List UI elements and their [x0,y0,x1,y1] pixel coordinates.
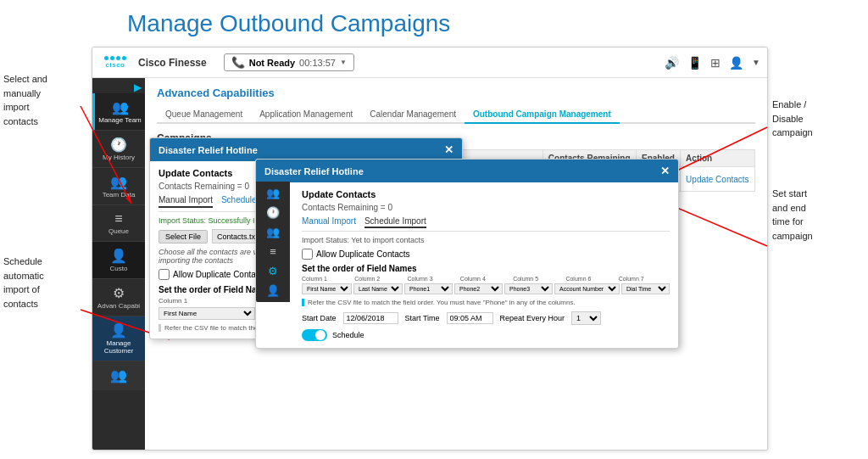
sidebar-item-advan[interactable]: ⚙ Advan Capabi [92,279,145,316]
not-ready-button[interactable]: 📞 Not Ready 00:13:57 ▼ [224,53,354,71]
schedule-import-tab-2[interactable]: Schedule Import [364,216,426,228]
allow-duplicates-checkbox[interactable] [159,269,170,280]
sidebar-item-my-history[interactable]: 🕐 My History [92,131,145,168]
dialog2-subtitle: Update Contacts [302,189,670,199]
phone-icon: 📞 [231,56,245,69]
repeat-select[interactable]: 1 [571,311,601,325]
tab-outbound-campaign[interactable]: Outbound Campaign Management [465,106,620,124]
right-annotation-enable: Enable /Disablecampaign [772,98,861,140]
team-data-icon: 👥 [110,174,127,190]
start-time-label: Start Time [405,314,440,322]
dialog2-contacts-remaining: Contacts Remaining = 0 [302,203,670,212]
d2-field-2[interactable]: Last Name [353,283,403,294]
dlg-team-data-icon: 👥 [266,226,280,238]
start-time-input[interactable] [447,312,493,324]
field-select-1[interactable]: First Name [159,307,255,320]
sidebar-item-team-data[interactable]: 👥 Team Data [92,168,145,205]
status-time: 00:13:57 [299,58,336,68]
tab-application-management[interactable]: Application Management [251,106,361,124]
dialog2: Disaster Relief Hotline ✕ 👥 🕐 👥 ≡ ⚙ 👤 [255,159,679,349]
d2-col1: Column 1 [302,276,353,282]
d2-col4: Column 4 [460,276,511,282]
bottom-icon: 👥 [110,367,127,383]
finesse-topbar: cisco Cisco Finesse 📞 Not Ready 00:13:57… [92,48,767,78]
sidebar-item-custo[interactable]: 👤 Custo [92,242,145,279]
sidebar: ▶ 👥 Manage Team 🕐 My History 👥 Team Data… [92,78,145,450]
select-file-button[interactable]: Select File [159,230,208,243]
allow-duplicates-checkbox-2[interactable] [302,249,313,260]
manage-team-icon: 👥 [112,99,129,115]
d2-col7: Column 7 [619,276,670,282]
schedule-row: Schedule [302,329,670,341]
tab-calendar-management[interactable]: Calendar Management [361,106,465,124]
manage-cust-icon: 👤 [110,322,127,339]
sidebar-item-manage-customer[interactable]: 👤 Manage Customer [92,316,145,361]
status-text: Not Ready [249,58,295,68]
dlg-advan-icon: ⚙ [268,265,278,277]
dialog2-field-names-title: Set the order of Field Names [302,264,670,273]
dialog2-close[interactable]: ✕ [660,165,670,177]
topbar-icons: 🔊 📱 ⊞ 👤 ▼ [665,56,760,70]
advan-icon: ⚙ [113,285,125,301]
action-cell[interactable]: Update Contacts [681,167,755,192]
app-name: Cisco Finesse [138,57,207,69]
schedule-toggle[interactable] [302,329,327,341]
dlg-cust-icon: 👤 [266,284,280,297]
d2-field-4[interactable]: Phone2 [454,283,503,294]
d2-col3: Column 3 [408,276,459,282]
tabs-bar: Queue Management Application Management … [157,106,755,124]
dialog2-body: 👥 🕐 👥 ≡ ⚙ 👤 Update Contacts Contacts Rem… [256,182,678,348]
dropdown-arrow: ▼ [340,59,347,66]
sidebar-item-manage-team[interactable]: 👥 Manage Team [92,93,145,131]
field-col-header-1: Column 1 [159,297,255,305]
schedule-label: Schedule [332,331,364,339]
start-date-label: Start Date [302,314,337,322]
right-annotation-time: Set startand endtime forcampaign [772,187,861,243]
update-contacts-link[interactable]: Update Contacts [686,175,749,184]
dialog2-header: Disaster Relief Hotline ✕ [256,160,678,182]
left-annotation-select: Select andmanuallyimportcontacts [3,72,84,128]
d2-field-7[interactable]: Dial Time [621,283,670,294]
queue-icon: ≡ [114,211,122,227]
dialog2-csv-note: Refer the CSV file to match the field or… [302,299,670,306]
cisco-logo: cisco [99,56,131,69]
sidebar-item-bottom[interactable]: 👥 [92,361,145,390]
grid-icon[interactable]: ⊞ [710,56,721,70]
dialog1-close[interactable]: ✕ [444,143,453,156]
history-icon: 🕐 [110,137,127,153]
start-date-input[interactable] [343,312,398,324]
d2-col5: Column 5 [513,276,564,282]
manual-import-tab-2[interactable]: Manual Import [302,216,356,228]
d2-field-3[interactable]: Phone1 [404,283,453,294]
dialog2-allow-duplicates: Allow Duplicate Contacts [302,249,670,260]
dlg-queue-icon: ≡ [270,245,276,258]
th-action: Action [681,150,755,167]
left-annotation-schedule: Scheduleautomaticimport ofcontacts [3,255,84,311]
sidebar-arrow: ▶ [92,78,145,93]
dialog2-import-tabs: Manual Import Schedule Import [302,216,670,232]
dlg-manage-team-icon: 👥 [266,187,280,199]
sidebar-item-queue[interactable]: ≡ Queue [92,205,145,242]
dialog1-header: Disaster Relief Hotline ✕ [150,138,462,161]
dlg-history-icon: 🕐 [266,206,280,219]
d2-col2: Column 2 [354,276,405,282]
user-icon[interactable]: 👤 [729,56,743,70]
schedule-section: Start Date Start Time Repeat Every Hour … [302,311,670,325]
d2-col6: Column 6 [565,276,616,282]
volume-icon[interactable]: 🔊 [665,56,679,70]
phone2-icon[interactable]: 📱 [687,56,702,70]
tab-queue-management[interactable]: Queue Management [157,106,251,124]
d2-field-6[interactable]: Account Number [554,283,620,294]
manual-import-tab[interactable]: Manual Import [159,195,213,208]
section-title: Advanced Capabilities [157,87,755,99]
page-title: Manage Outbound Campaigns [127,10,450,37]
ui-frame: cisco Cisco Finesse 📞 Not Ready 00:13:57… [92,47,768,451]
d2-field-5[interactable]: Phone3 [504,283,553,294]
d2-field-1[interactable]: First Name [302,283,352,294]
repeat-label: Repeat Every Hour [500,314,565,322]
customer-icon: 👤 [110,248,127,264]
main-content: Advanced Capabilities Queue Management A… [145,78,767,450]
chevron-down-icon[interactable]: ▼ [752,58,760,67]
dialog2-import-status: Import Status: Yet to import contacts [302,236,670,244]
